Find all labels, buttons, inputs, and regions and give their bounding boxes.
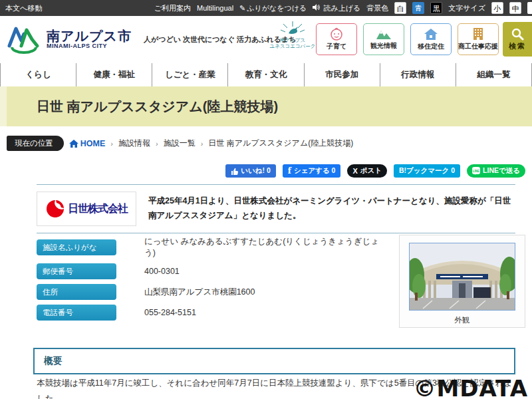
kanko-button[interactable]: 観光情報 [363, 23, 404, 55]
bgcolor-white-button[interactable]: 白 [394, 2, 406, 14]
hatena-bookmark-button[interactable]: B!ブックマーク 0 [394, 164, 460, 178]
speaker-icon [313, 4, 322, 12]
share-bar: いいね! 0 f シェアする 0 X ポスト B!ブックマーク 0 LINE L… [225, 164, 525, 178]
row-value-postal: 400-0301 [116, 267, 180, 276]
mountain-logo-icon [7, 23, 41, 57]
nav-kurashi[interactable]: くらし [0, 63, 76, 86]
facebook-icon: f [288, 166, 291, 176]
global-nav: くらし 健康・福祉 しごと・産業 教育・文化 市民参加 行政情報 組織一覧 [0, 63, 532, 86]
page-root: 本文へ移動 ご利用案内 Multilingual ✎ふりがなをつける 読み上げる… [0, 0, 532, 399]
iju-button[interactable]: 移住定住 [410, 23, 452, 55]
overview-section-header: 概要 [33, 348, 515, 374]
breadcrumb: 現在の位置 HOME › 施設情報 › 施設一覧 › 日世 南アルプススタジアム… [0, 136, 532, 151]
site-header: 南アルプス市 MINAMI-ALPS CITY 人がつどい 次世代につなぐ 活力… [0, 16, 532, 63]
breadcrumb-shisetsu-joho[interactable]: 施設情報 [118, 138, 150, 149]
search-button[interactable]: 検索 [503, 22, 532, 57]
search-icon [511, 27, 524, 41]
city-name-jp: 南アルプス市 [47, 29, 132, 43]
usage-guide-link[interactable]: ご利用案内 [154, 3, 191, 13]
bgcolor-label: 背景色 [366, 3, 388, 13]
nissei-company-logo: 日世株式会社 [37, 192, 136, 226]
facility-info-table: 施設名ふりがな にっせい みなみあるぶすすたじあむ(りくじょうきょうぎじょう) … [37, 236, 382, 325]
city-logo[interactable]: 南アルプス市 MINAMI-ALPS CITY [7, 23, 132, 57]
nav-shigoto[interactable]: しごと・産業 [152, 63, 228, 86]
kosodate-button[interactable]: 子育て [316, 23, 357, 55]
fontsize-large-button-cutoff[interactable] [527, 2, 532, 14]
ecopark-logo: 南アルプス ユネスコエコパーク [269, 20, 317, 50]
thumbs-up-icon [231, 168, 238, 175]
facebook-like-button[interactable]: いいね! 0 [225, 164, 276, 178]
pencil-icon: ✎ [239, 4, 245, 12]
stadium-photo-card: 外観 [399, 235, 525, 328]
nav-kyoiku[interactable]: 教育・文化 [228, 63, 304, 86]
city-name-en: MINAMI-ALPS CITY [47, 43, 132, 49]
breadcrumb-home-link[interactable]: HOME [69, 139, 106, 148]
breadcrumb-current-page: 日世 南アルプススタジアム(陸上競技場) [208, 138, 353, 149]
house-icon [424, 28, 438, 41]
shoko-button[interactable]: 商工仕事応援 [458, 23, 499, 55]
nav-shimin[interactable]: 市民参加 [305, 63, 380, 86]
row-value-furigana: にっせい みなみあるぶすすたじあむ(りくじょうきょうぎじょう) [116, 236, 382, 259]
page-title-band: 日世 南アルプススタジアム(陸上競技場) [0, 86, 532, 126]
ecopark-line2: ユネスコエコパーク [269, 43, 317, 49]
row-value-phone: 055-284-5151 [116, 308, 196, 317]
row-label-postal: 郵便番号 [37, 263, 116, 279]
fontsize-small-button[interactable]: 小 [491, 2, 503, 14]
breadcrumb-separator: › [201, 140, 203, 148]
nissei-swirl-icon [45, 199, 65, 219]
x-post-button[interactable]: X ポスト [347, 164, 387, 178]
bgcolor-black-button[interactable]: 黒 [430, 2, 442, 14]
row-label-furigana: 施設名ふりがな [37, 239, 116, 255]
nav-gyosei[interactable]: 行政情報 [380, 63, 456, 86]
current-location-badge: 現在の位置 [7, 136, 64, 151]
ecopark-line1: 南アルプス [269, 37, 317, 43]
facebook-share-button[interactable]: f シェアする 0 [283, 164, 341, 178]
breadcrumb-separator: › [110, 140, 113, 148]
furigana-link[interactable]: ✎ふりがなをつける [239, 3, 307, 13]
mdata-watermark: ©MDATA [413, 375, 528, 399]
line-share-button[interactable]: LINE LINEで送る [467, 164, 525, 178]
row-label-phone: 電話番号 [37, 305, 116, 321]
breadcrumb-shisetsu-ichiran[interactable]: 施設一覧 [164, 138, 196, 149]
naming-rights-text: 平成25年4月1日より、日世株式会社がネーミングライツ・パートナーとなり、施設愛… [148, 194, 515, 223]
multilingual-link[interactable]: Multilingual [197, 4, 233, 12]
page-title: 日世 南アルプススタジアム(陸上競技場) [37, 98, 278, 116]
table-row: 住所 山梨県南アルプス市桃園1600 [37, 284, 382, 300]
home-icon [69, 140, 78, 148]
overview-heading: 概要 [44, 355, 505, 367]
mountain-icon [375, 28, 392, 40]
nav-soshiki[interactable]: 組織一覧 [456, 63, 532, 86]
baby-icon [329, 27, 344, 41]
svg-text:LINE: LINE [473, 170, 479, 173]
table-row: 電話番号 055-284-5151 [37, 305, 382, 321]
nav-kenko[interactable]: 健康・福祉 [76, 63, 152, 86]
row-value-address: 山梨県南アルプス市桃園1600 [116, 287, 255, 298]
photo-caption: 外観 [455, 315, 470, 325]
stadium-photo [409, 243, 515, 311]
table-row: 施設名ふりがな にっせい みなみあるぶすすたじあむ(りくじょうきょうぎじょう) [37, 236, 382, 259]
fontsize-label: 文字サイズ [448, 3, 485, 13]
naming-rights-section: 日世株式会社 平成25年4月1日より、日世株式会社がネーミングライツ・パートナー… [37, 184, 515, 233]
row-label-address: 住所 [37, 284, 116, 300]
bgcolor-blue-button[interactable]: 青 [412, 2, 424, 14]
x-icon: X [352, 167, 357, 175]
line-icon: LINE [472, 167, 480, 175]
fontsize-medium-button[interactable]: 中 [509, 2, 521, 14]
utility-bar: 本文へ移動 ご利用案内 Multilingual ✎ふりがなをつける 読み上げる… [0, 0, 532, 16]
building-icon [472, 27, 484, 41]
skip-to-content-link[interactable]: 本文へ移動 [5, 3, 42, 13]
table-row: 郵便番号 400-0301 [37, 263, 382, 279]
breadcrumb-separator: › [156, 140, 158, 148]
read-aloud-link[interactable]: 読み上げる [313, 3, 360, 13]
